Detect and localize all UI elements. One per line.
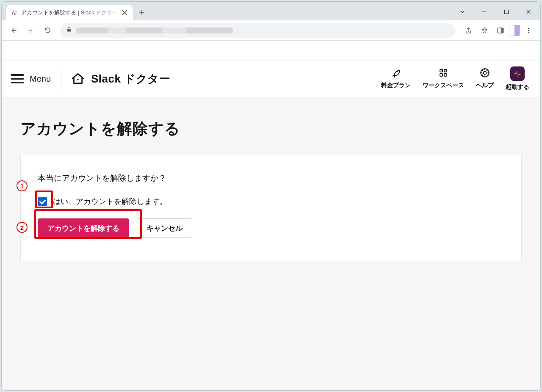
profile-button[interactable] xyxy=(509,25,520,36)
svg-rect-18 xyxy=(444,69,447,72)
window-maximize-button[interactable] xyxy=(496,3,517,20)
button-row: アカウントを解除する キャンセル xyxy=(38,218,504,238)
nav-label: 料金プラン xyxy=(381,82,411,89)
browser-window: アカウントを解除する | Slack ドクター xyxy=(2,2,540,390)
bookmark-button[interactable] xyxy=(477,23,492,38)
delete-account-button[interactable]: アカウントを解除する xyxy=(38,218,129,238)
svg-rect-17 xyxy=(440,69,442,72)
nav-back-button[interactable] xyxy=(6,23,21,38)
slack-favicon-icon xyxy=(11,9,18,16)
tab-search-button[interactable] xyxy=(452,3,473,20)
site-header: Menu Slack ドクター 料金プラン xyxy=(2,60,540,97)
close-tab-button[interactable] xyxy=(121,9,128,16)
house-icon xyxy=(71,72,85,86)
new-tab-button[interactable] xyxy=(136,6,148,19)
svg-point-4 xyxy=(12,13,14,14)
svg-point-22 xyxy=(484,72,487,75)
svg-point-12 xyxy=(528,28,529,29)
nav-label: ヘルプ xyxy=(476,82,494,89)
svg-rect-25 xyxy=(518,74,520,75)
address-bar[interactable] xyxy=(60,23,456,38)
svg-rect-26 xyxy=(517,74,518,77)
tab-title: アカウントを解除する | Slack ドクター xyxy=(21,9,118,17)
nav-launch[interactable]: 起動する xyxy=(506,66,529,91)
confirm-card: 本当にアカウントを解除しますか？ はい、アカウントを解除します。 アカウントを解… xyxy=(20,154,522,261)
slack-icon xyxy=(510,66,525,81)
rocket-icon xyxy=(390,66,402,79)
lock-icon xyxy=(66,27,72,34)
svg-rect-9 xyxy=(67,29,71,31)
help-icon xyxy=(478,66,491,79)
confirm-checkbox-label: はい、アカウントを解除します。 xyxy=(53,196,167,207)
url-redacted xyxy=(76,28,233,33)
tab-strip: アカウントを解除する | Slack ドクター xyxy=(2,2,540,20)
browser-menu-button[interactable] xyxy=(521,23,536,38)
nav-pricing[interactable]: 料金プラン xyxy=(381,66,411,91)
page-body: アカウントを解除する 本当にアカウントを解除しますか？ はい、アカウントを解除し… xyxy=(2,97,540,282)
svg-point-15 xyxy=(77,79,78,80)
nav-label: ワークスペース xyxy=(423,82,464,89)
workspace-icon xyxy=(437,66,450,79)
nav-workspace[interactable]: ワークスペース xyxy=(423,66,464,91)
annotation-step-2: 2 xyxy=(17,222,28,233)
side-panel-button[interactable] xyxy=(493,23,508,38)
page-viewport: Menu Slack ドクター 料金プラン xyxy=(2,41,540,390)
svg-rect-20 xyxy=(444,74,447,76)
hamburger-icon xyxy=(11,72,24,86)
nav-reload-button[interactable] xyxy=(40,23,55,38)
svg-point-13 xyxy=(528,30,529,30)
svg-rect-2 xyxy=(15,13,17,14)
brand-text: Slack ドクター xyxy=(91,72,170,86)
svg-rect-19 xyxy=(440,74,442,76)
window-controls xyxy=(452,3,540,20)
browser-tab[interactable]: アカウントを解除する | Slack ドクター xyxy=(6,5,133,20)
menu-label: Menu xyxy=(30,74,51,84)
svg-point-6 xyxy=(13,11,14,12)
confirm-checkbox-row[interactable]: はい、アカウントを解除します。 xyxy=(38,196,504,207)
site-nav: 料金プラン ワークスペース ヘルプ xyxy=(381,66,529,91)
svg-point-5 xyxy=(16,11,17,12)
svg-rect-11 xyxy=(501,28,503,33)
nav-forward-button[interactable] xyxy=(23,23,38,38)
svg-point-7 xyxy=(15,14,16,15)
share-button[interactable] xyxy=(461,23,476,38)
cancel-button[interactable]: キャンセル xyxy=(137,218,192,238)
confirm-checkbox[interactable] xyxy=(38,197,47,206)
svg-rect-8 xyxy=(505,10,509,14)
window-close-button[interactable] xyxy=(518,3,539,20)
window-minimize-button[interactable] xyxy=(474,3,495,20)
browser-toolbar xyxy=(2,20,540,41)
svg-rect-0 xyxy=(12,12,14,13)
svg-point-16 xyxy=(397,71,398,72)
page-title: アカウントを解除する xyxy=(20,119,522,139)
menu-toggle-button[interactable]: Menu xyxy=(11,69,61,89)
confirm-prompt: 本当にアカウントを解除しますか？ xyxy=(38,173,504,184)
site-brand[interactable]: Slack ドクター xyxy=(71,72,170,86)
nav-help[interactable]: ヘルプ xyxy=(476,66,494,91)
svg-point-14 xyxy=(528,32,529,33)
svg-rect-23 xyxy=(514,73,517,74)
annotation-step-1: 1 xyxy=(17,180,28,191)
nav-label: 起動する xyxy=(506,83,529,91)
svg-rect-24 xyxy=(517,71,517,73)
